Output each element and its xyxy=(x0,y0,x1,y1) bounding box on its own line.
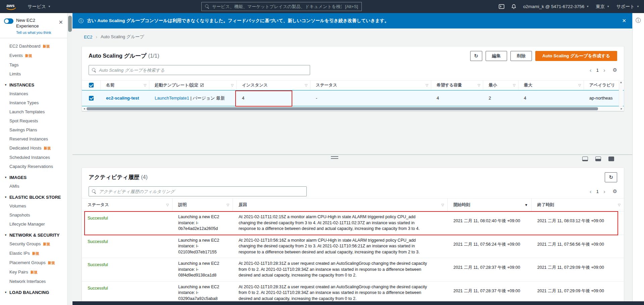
column-header-end-time[interactable]: 終了時刻▽ xyxy=(532,198,624,211)
asg-name-link[interactable]: ec2-scaling-test xyxy=(106,96,139,101)
page-number[interactable]: 1 xyxy=(596,68,599,73)
filter-icon[interactable]: ▽ xyxy=(441,203,444,207)
cloudshell-icon[interactable] xyxy=(499,4,504,9)
activity-filter-input[interactable] xyxy=(99,189,303,194)
scrollbar-thumb[interactable] xyxy=(68,16,72,32)
column-header-description[interactable]: 説明▽ xyxy=(172,198,233,211)
filter-icon[interactable]: ▽ xyxy=(231,83,234,87)
horizontal-scrollbar[interactable]: ◂ ▸ xyxy=(82,106,624,111)
filter-icon[interactable]: ▽ xyxy=(305,83,307,87)
close-icon[interactable]: ✕ xyxy=(59,19,63,25)
filter-icon[interactable]: ▽ xyxy=(618,203,621,207)
settings-gear-icon[interactable]: ⚙ xyxy=(613,67,617,73)
next-page-icon[interactable]: › xyxy=(603,67,605,73)
sidebar-item-instances[interactable]: Instances xyxy=(0,89,67,98)
activity-row[interactable]: Successful Launching a new EC2 instance:… xyxy=(82,282,624,302)
sidebar-item-instance-types[interactable]: Instance Types xyxy=(0,98,67,107)
activity-row[interactable]: Successful Launching a new EC2 instance:… xyxy=(82,258,624,282)
sidebar-section-ebs[interactable]: ▼ELASTIC BLOCK STORE xyxy=(0,191,67,201)
sidebar-item-security-groups[interactable]: Security Groups新規 xyxy=(0,239,67,249)
sidebar-item-savings-plans[interactable]: Savings Plans xyxy=(0,125,67,134)
sidebar-item-capacity-reservations[interactable]: Capacity Reservations xyxy=(0,162,67,171)
vertical-scrollbar[interactable]: ▲ xyxy=(619,80,623,106)
view-split-panel-icon[interactable] xyxy=(595,157,601,161)
delete-button[interactable]: 削除 xyxy=(510,51,532,61)
column-header-status[interactable]: ステータス▽ xyxy=(82,198,172,211)
global-search-input[interactable]: サービス、機能、マーケットプレイスの製品、ドキュメントを検索し [Alt+S] xyxy=(201,2,362,11)
sidebar-section-images[interactable]: ▼IMAGES xyxy=(0,171,67,182)
scroll-right-icon[interactable]: ▸ xyxy=(619,107,624,110)
select-all-checkbox[interactable] xyxy=(89,83,94,87)
services-menu[interactable]: サービス ▼ xyxy=(28,4,51,10)
aws-logo[interactable]: aws xyxy=(5,2,19,11)
column-header-name[interactable]: 名前▽ xyxy=(101,80,149,90)
filter-icon[interactable]: ▽ xyxy=(513,83,515,87)
column-header-az[interactable]: アベイラビリ xyxy=(584,80,624,90)
filter-icon[interactable]: ▽ xyxy=(144,83,146,87)
column-header-instances[interactable]: インスタンス▽ xyxy=(237,80,310,90)
breadcrumb-ec2-link[interactable]: EC2 xyxy=(84,35,92,40)
region-menu[interactable]: 東京 ▼ xyxy=(596,4,609,10)
filter-icon[interactable]: ▽ xyxy=(227,203,229,207)
sidebar-item-scheduled-instances[interactable]: Scheduled Instances xyxy=(0,153,67,162)
sidebar-item-lifecycle-manager[interactable]: Lifecycle Manager xyxy=(0,220,67,229)
create-asg-button[interactable]: Auto Scaling グループを作成する xyxy=(535,51,617,61)
sidebar-section-load-balancing[interactable]: ▼LOAD BALANCING xyxy=(0,286,67,297)
feedback-link[interactable]: Tell us what you think xyxy=(16,30,56,35)
filter-icon[interactable]: ▽ xyxy=(166,203,169,207)
column-header-max[interactable]: 最大▽ xyxy=(518,80,584,90)
activity-refresh-button[interactable]: ↻ xyxy=(605,172,617,182)
sort-desc-icon[interactable]: ▼ xyxy=(525,203,528,207)
support-menu[interactable]: サポート ▼ xyxy=(616,4,639,10)
sidebar-item-ec2-dashboard[interactable]: EC2 Dashboard新規 xyxy=(0,42,67,51)
sidebar-item-reserved-instances[interactable]: Reserved Instances xyxy=(0,134,67,143)
sidebar-section-instances[interactable]: ▼INSTANCES xyxy=(0,78,67,89)
asg-search-input[interactable] xyxy=(99,68,307,73)
sidebar-item-dedicated-hosts[interactable]: Dedicated Hosts新規 xyxy=(0,143,67,153)
sidebar-item-placement-groups[interactable]: Placement Groups新規 xyxy=(0,258,67,267)
account-menu[interactable]: o2mami_k @ 5471-6722-3756 ▼ xyxy=(523,4,589,9)
column-header-status[interactable]: ステータス▽ xyxy=(310,80,431,90)
prev-page-icon[interactable]: ‹ xyxy=(590,189,592,194)
sidebar-item-amis[interactable]: AMIs xyxy=(0,182,67,191)
sidebar-item-spot-requests[interactable]: Spot Requests xyxy=(0,116,67,125)
prev-page-icon[interactable]: ‹ xyxy=(590,67,592,73)
new-experience-toggle[interactable] xyxy=(4,18,13,24)
next-page-icon[interactable]: › xyxy=(603,189,605,194)
sidebar-item-elastic-ips[interactable]: Elastic IPs新規 xyxy=(0,249,67,258)
sidebar-item-network-interfaces[interactable]: Network Interfaces xyxy=(0,277,67,286)
asg-table-row[interactable]: ec2-scaling-test LaunchTemplate1 | バージョン… xyxy=(82,90,624,106)
sidebar-section-network-security[interactable]: ▼NETWORK & SECURITY xyxy=(0,229,67,239)
page-number[interactable]: 1 xyxy=(596,189,599,194)
activity-row[interactable]: Successful Launching a new EC2 instance:… xyxy=(82,211,624,235)
scroll-up-icon[interactable]: ▲ xyxy=(619,81,623,84)
view-full-table-icon[interactable] xyxy=(608,157,614,161)
row-checkbox[interactable] xyxy=(89,96,94,101)
refresh-button[interactable]: ↻ xyxy=(470,51,483,61)
sidebar-item-snapshots[interactable]: Snapshots xyxy=(0,210,67,220)
scroll-left-icon[interactable]: ◂ xyxy=(82,107,87,110)
notifications-bell-icon[interactable] xyxy=(511,4,516,9)
sidebar-item-events[interactable]: Events新規 xyxy=(0,51,67,60)
column-header-launch-template[interactable]: 起動テンプレート/設定▽ xyxy=(149,80,237,90)
sidebar-item-key-pairs[interactable]: Key Pairs新規 xyxy=(0,267,67,277)
launch-template-link[interactable]: LaunchTemplate1 xyxy=(155,96,189,101)
banner-close-icon[interactable]: ✕ xyxy=(622,18,626,24)
sidebar-item-limits[interactable]: Limits xyxy=(0,69,67,78)
scrollbar-thumb[interactable] xyxy=(87,107,598,110)
help-info-icon[interactable]: ⓘ xyxy=(633,17,644,24)
filter-icon[interactable]: ▽ xyxy=(578,83,581,87)
filter-icon[interactable]: ▽ xyxy=(478,83,480,87)
edit-button[interactable]: 編集 xyxy=(486,51,507,61)
sidebar-scrollbar[interactable] xyxy=(67,13,72,305)
sidebar-item-volumes[interactable]: Volumes xyxy=(0,201,67,210)
sidebar-item-tags[interactable]: Tags xyxy=(0,60,67,69)
column-header-min[interactable]: 最小▽ xyxy=(483,80,518,90)
split-drag-handle[interactable] xyxy=(331,156,338,159)
column-header-start-time[interactable]: 開始時刻▼ xyxy=(448,198,532,211)
activity-row[interactable]: Successful Launching a new EC2 instance:… xyxy=(82,235,624,258)
sidebar-item-launch-templates[interactable]: Launch Templates xyxy=(0,107,67,116)
column-header-desired[interactable]: 希望する容量▽ xyxy=(431,80,483,90)
view-bottom-panel-icon[interactable] xyxy=(582,157,588,161)
filter-icon[interactable]: ▽ xyxy=(426,83,428,87)
